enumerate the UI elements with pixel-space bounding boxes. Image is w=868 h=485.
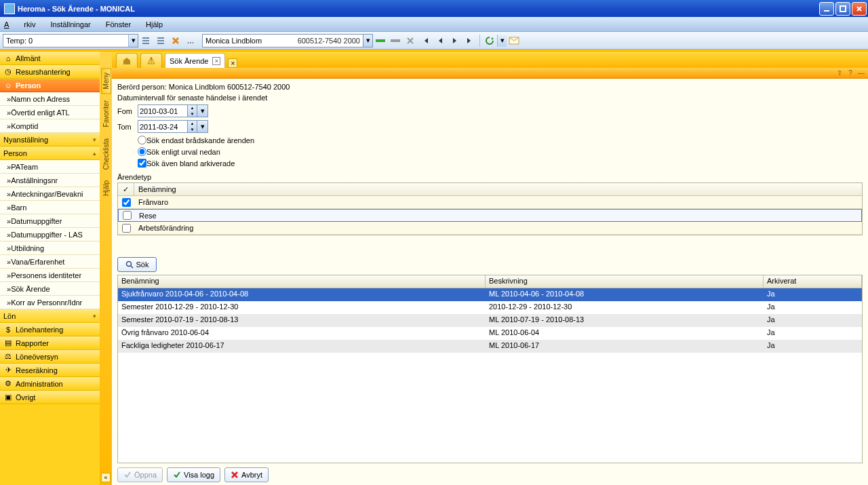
- sidebar-datumuppgifter-las[interactable]: » Datumuppgifter - LAS: [0, 228, 100, 241]
- tom-dropdown[interactable]: ▾: [197, 120, 208, 133]
- minimize-panel-icon[interactable]: —: [857, 69, 865, 77]
- radio-bradskande[interactable]: [138, 136, 146, 144]
- tab-sok-arende[interactable]: Sök Ärende ×: [165, 53, 225, 68]
- sidebar-personens-id[interactable]: » Personens identiteter: [0, 269, 100, 282]
- result-row[interactable]: Semester 2010-12-29 - 2010-12-302010-12-…: [118, 301, 862, 314]
- sidebar-anstallningsnr[interactable]: » Anställningsnr: [0, 174, 100, 187]
- sidebar-resurshantering[interactable]: ◷Resurshantering: [0, 65, 100, 79]
- sidebar-reserakning[interactable]: ✈Reseräkning: [0, 364, 100, 377]
- list-icon-1[interactable]: [139, 34, 153, 47]
- open-button[interactable]: Öppna: [117, 467, 163, 482]
- tab-close-icon[interactable]: ×: [212, 57, 220, 65]
- type-name: Rese: [135, 212, 157, 220]
- vtab-hjalp[interactable]: Hjälp: [102, 176, 111, 200]
- refresh-icon[interactable]: [483, 34, 496, 47]
- close-button[interactable]: [852, 2, 867, 16]
- vtab-meny[interactable]: Meny: [101, 68, 111, 94]
- cell-benamning: Semester 2010-12-29 - 2010-12-30: [118, 301, 486, 314]
- temp-input[interactable]: [3, 37, 128, 45]
- help-icon[interactable]: ?: [846, 69, 854, 77]
- menu-installningar[interactable]: Inställningar: [50, 20, 90, 28]
- result-row[interactable]: Semester 2010-07-19 - 2010-08-13ML 2010-…: [118, 314, 862, 327]
- checkbox-arkiverade[interactable]: [138, 159, 146, 168]
- result-row[interactable]: Sjukfrånvaro 2010-04-06 - 2010-04-08ML 2…: [118, 288, 862, 301]
- type-checkbox[interactable]: [122, 198, 131, 207]
- person-dropdown-arrow[interactable]: ▾: [363, 34, 373, 47]
- sidebar-collapse-button[interactable]: «: [101, 473, 111, 482]
- arendetyp-row[interactable]: Frånvaro: [118, 196, 862, 209]
- sidebar-barn[interactable]: » Barn: [0, 201, 100, 214]
- play-green-icon[interactable]: [374, 34, 387, 47]
- ellipsis-icon[interactable]: …: [184, 34, 197, 47]
- result-row[interactable]: Fackliga ledigheter 2010-06-17ML 2010-06…: [118, 340, 862, 353]
- toolbar: ▾ … Monica Lindblom 600512-7540 2000 ▾ ▾: [0, 32, 868, 50]
- sidebar-sok-arende[interactable]: » Sök Ärende: [0, 282, 100, 296]
- sidebar-komptid[interactable]: » Komptid: [0, 119, 100, 133]
- fom-input[interactable]: [138, 104, 188, 117]
- sidebar-lon[interactable]: Lön▾: [0, 309, 100, 323]
- result-row[interactable]: Övrig frånvaro 2010-06-04ML 2010-06-04Ja: [118, 327, 862, 340]
- sidebar-person-cat[interactable]: Person▴: [0, 147, 100, 160]
- show-log-button[interactable]: Visa logg: [167, 467, 220, 482]
- cancel-button[interactable]: Avbryt: [224, 467, 269, 482]
- temp-dropdown-arrow[interactable]: ▾: [128, 35, 138, 47]
- minimize-button[interactable]: [819, 2, 834, 16]
- radio-urval[interactable]: [138, 147, 146, 156]
- sidebar-loneoversyn[interactable]: ⚖Löneöversyn: [0, 350, 100, 364]
- sidebar-pateam[interactable]: » PATeam: [0, 160, 100, 174]
- col-beskrivning[interactable]: Beskrivning: [486, 275, 764, 288]
- vtab-favoriter[interactable]: Favoriter: [102, 96, 111, 131]
- nav-first-icon[interactable]: [418, 34, 432, 47]
- list-icon-2[interactable]: [154, 34, 167, 47]
- alert-tab[interactable]: !: [140, 53, 162, 68]
- delete-icon[interactable]: [169, 34, 182, 47]
- vtab-checklista[interactable]: Checklista: [102, 134, 111, 174]
- sidebar-anteckningar[interactable]: » Anteckningar/Bevakni: [0, 187, 100, 201]
- fom-dropdown[interactable]: ▾: [197, 104, 208, 117]
- type-checkbox[interactable]: [122, 224, 131, 233]
- sidebar-allmant[interactable]: ⌂Allmänt: [0, 52, 100, 65]
- arendetyp-col-benamning[interactable]: Benämning: [134, 185, 176, 193]
- home-tab[interactable]: [116, 53, 138, 68]
- sidebar-datumuppgifter[interactable]: » Datumuppgifter: [0, 214, 100, 228]
- sidebar-nyanstallning[interactable]: Nyanställning▾: [0, 133, 100, 147]
- sidebar-vana[interactable]: » Vana/Erfarenhet: [0, 255, 100, 269]
- sidebar-person[interactable]: ☺Person: [0, 79, 100, 92]
- person-combo[interactable]: Monica Lindblom 600512-7540 2000: [202, 34, 363, 47]
- temp-combo[interactable]: ▾: [3, 34, 138, 47]
- tab-close-all[interactable]: ×: [228, 58, 237, 68]
- maximize-button[interactable]: [835, 2, 850, 16]
- menu-arkiv[interactable]: Arkiv: [4, 20, 35, 28]
- tom-spinner[interactable]: ▲▼: [188, 120, 197, 133]
- person-name: Monica Lindblom: [205, 37, 298, 45]
- tom-input[interactable]: [138, 120, 188, 133]
- sidebar-ovrigt[interactable]: ▣Övrigt: [0, 391, 100, 404]
- fom-spinner[interactable]: ▲▼: [188, 104, 197, 117]
- arendetyp-row[interactable]: Rese: [118, 209, 862, 222]
- nav-last-icon[interactable]: [463, 34, 477, 47]
- sidebar-overtid[interactable]: » Övertid enligt ATL: [0, 106, 100, 119]
- sidebar-korr[interactable]: » Korr av Personnr/Idnr: [0, 296, 100, 309]
- arendetyp-row[interactable]: Arbetsförändring: [118, 222, 862, 235]
- nav-next-icon[interactable]: [448, 34, 462, 47]
- arendetyp-header: ✓ Benämning: [118, 183, 862, 196]
- dash-gray-icon[interactable]: [389, 34, 402, 47]
- col-arkiverat[interactable]: Arkiverat: [764, 275, 862, 288]
- x-gray-icon[interactable]: [403, 34, 417, 47]
- check-all-icon[interactable]: ✓: [118, 183, 134, 195]
- search-button[interactable]: Sök: [117, 257, 157, 272]
- type-checkbox[interactable]: [123, 211, 132, 220]
- sidebar-namn-adress[interactable]: » Namn och Adress: [0, 92, 100, 106]
- sidebar: ⌂Allmänt ◷Resurshantering ☺Person » Namn…: [0, 52, 100, 485]
- sidebar-utbildning[interactable]: » Utbildning: [0, 241, 100, 255]
- sidebar-lonehantering[interactable]: $Lönehantering: [0, 323, 100, 336]
- mail-icon[interactable]: [507, 34, 521, 47]
- sidebar-rapporter[interactable]: ▤Rapporter: [0, 336, 100, 350]
- refresh-dropdown[interactable]: ▾: [497, 35, 507, 47]
- menu-hjalp[interactable]: Hjälp: [146, 20, 163, 28]
- nav-prev-icon[interactable]: [433, 34, 447, 47]
- sidebar-administration[interactable]: ⚙Administration: [0, 377, 100, 391]
- menu-fonster[interactable]: Fönster: [106, 20, 131, 28]
- col-benamning[interactable]: Benämning: [118, 275, 486, 288]
- pin-icon[interactable]: ⇧: [835, 69, 844, 77]
